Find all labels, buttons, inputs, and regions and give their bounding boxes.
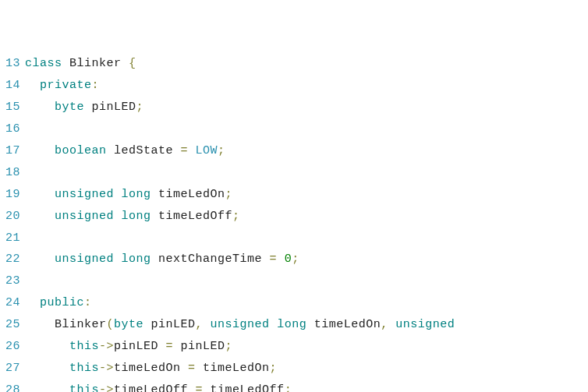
code-line[interactable]: 16 <box>0 118 588 140</box>
token-op: { <box>129 57 136 70</box>
token-op: , <box>381 318 388 331</box>
token-id: pinLED <box>84 101 136 114</box>
code-line[interactable]: 25 Blinker(byte pinLED, unsigned long ti… <box>0 314 588 336</box>
token-op: ; <box>232 210 240 223</box>
token-op: = <box>270 253 278 266</box>
token-op: ( <box>107 318 115 331</box>
token-id <box>388 318 396 331</box>
token-id <box>62 57 70 70</box>
token-id <box>122 57 129 70</box>
token-num: 0 <box>285 253 292 266</box>
token-kw: this <box>69 340 99 353</box>
token-ty: unsigned <box>55 210 114 223</box>
token-id: timeLedOn <box>114 362 188 375</box>
code-content[interactable]: this->timeLedOn = timeLedOn; <box>25 362 588 375</box>
token-op: : <box>84 296 92 309</box>
token-op: = <box>196 383 204 392</box>
line-number: 25 <box>0 318 25 331</box>
line-number: 26 <box>0 340 25 353</box>
token-op: = <box>181 144 189 157</box>
token-kw: public <box>40 296 84 309</box>
code-line[interactable]: 27 this->timeLedOn = timeLedOn; <box>0 357 588 379</box>
token-id: pinLED <box>143 318 196 331</box>
token-op: ; <box>136 101 144 114</box>
token-id: timeLedOff <box>114 383 196 392</box>
token-id <box>25 79 40 92</box>
line-number: 19 <box>0 188 25 201</box>
code-content[interactable]: private: <box>25 79 588 92</box>
code-line[interactable]: 28 this->timeLedOff = timeLedOff; <box>0 379 588 392</box>
token-op: = <box>166 340 174 353</box>
token-id <box>114 253 122 266</box>
token-id <box>114 210 122 223</box>
token-op: ; <box>285 383 292 392</box>
token-id: pinLED <box>173 340 225 353</box>
token-op: ; <box>218 144 225 157</box>
token-id: timeLedOff <box>151 210 233 223</box>
token-ty: long <box>122 210 151 223</box>
code-content[interactable]: boolean ledState = LOW; <box>25 144 588 157</box>
code-content[interactable]: unsigned long timeLedOff; <box>25 210 588 223</box>
token-id <box>25 362 69 375</box>
token-ty: byte <box>55 101 84 114</box>
token-id: timeLedOn <box>196 362 270 375</box>
token-id <box>203 318 211 331</box>
token-id <box>25 296 40 309</box>
token-op: -> <box>99 340 114 353</box>
line-number: 16 <box>0 122 25 136</box>
token-id <box>25 253 55 266</box>
code-content[interactable]: byte pinLED; <box>25 101 588 114</box>
token-ty: long <box>122 188 151 201</box>
code-line[interactable]: 19 unsigned long timeLedOn; <box>0 183 588 205</box>
code-line[interactable]: 17 boolean ledState = LOW; <box>0 140 588 162</box>
token-ty: boolean <box>55 144 107 157</box>
code-content[interactable]: class Blinker { <box>25 57 588 70</box>
token-op: ; <box>225 340 233 353</box>
code-line[interactable]: 14 private: <box>0 75 588 97</box>
token-op: = <box>188 362 196 375</box>
code-line[interactable]: 24 public: <box>0 292 588 314</box>
token-op: ; <box>270 362 278 375</box>
token-kw: this <box>69 362 99 375</box>
code-line[interactable]: 20 unsigned long timeLedOff; <box>0 205 588 227</box>
code-line[interactable]: 15 byte pinLED; <box>0 97 588 118</box>
token-ty: unsigned <box>395 318 455 331</box>
line-number: 14 <box>0 79 25 92</box>
token-op: ; <box>225 188 233 201</box>
line-number: 21 <box>0 231 25 245</box>
token-ty: unsigned <box>211 318 270 331</box>
token-op: , <box>196 318 204 331</box>
line-number: 24 <box>0 296 25 309</box>
token-id: Blinker <box>25 318 107 331</box>
token-kw: this <box>69 383 99 392</box>
token-id <box>25 101 55 114</box>
code-line[interactable]: 13class Blinker { <box>0 53 588 75</box>
token-op: : <box>92 79 100 92</box>
code-content[interactable]: unsigned long nextChangeTime = 0; <box>25 253 588 266</box>
code-line[interactable]: 26 this->pinLED = pinLED; <box>0 336 588 358</box>
token-id <box>188 144 196 157</box>
line-number: 27 <box>0 362 25 375</box>
code-content[interactable]: Blinker(byte pinLED, unsigned long timeL… <box>25 318 588 331</box>
code-content[interactable]: unsigned long timeLedOn; <box>25 188 588 201</box>
code-content[interactable]: this->pinLED = pinLED; <box>25 340 588 353</box>
token-cls: Blinker <box>69 57 122 70</box>
code-line[interactable]: 23 <box>0 270 588 292</box>
code-content[interactable]: this->timeLedOff = timeLedOff; <box>25 383 588 392</box>
line-number: 22 <box>0 253 25 266</box>
token-ty: byte <box>114 318 143 331</box>
token-ty: unsigned <box>55 188 114 201</box>
token-id: nextChangeTime <box>151 253 270 266</box>
code-line[interactable]: 18 <box>0 161 588 183</box>
code-content[interactable]: public: <box>25 296 588 309</box>
token-op: -> <box>99 362 114 375</box>
token-id <box>25 210 55 223</box>
token-id: timeLedOff <box>203 383 285 392</box>
line-number: 20 <box>0 210 25 223</box>
code-line[interactable]: 22 unsigned long nextChangeTime = 0; <box>0 249 588 270</box>
code-line[interactable]: 21 <box>0 227 588 249</box>
code-editor[interactable]: 13class Blinker {14 private:15 byte pinL… <box>0 53 588 392</box>
token-ty: unsigned <box>55 253 114 266</box>
token-id <box>25 144 55 157</box>
token-cnst: LOW <box>196 144 218 157</box>
